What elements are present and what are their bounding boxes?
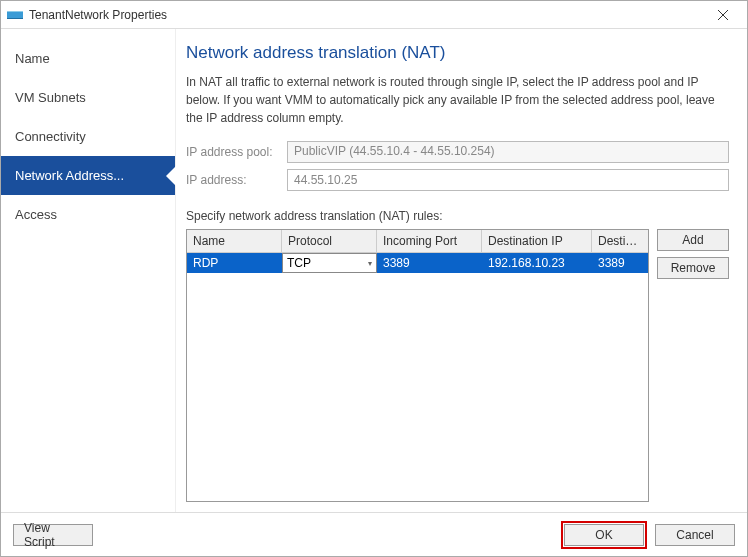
view-script-button[interactable]: View Script <box>13 524 93 546</box>
ip-address-input[interactable] <box>287 169 729 191</box>
sidebar-item-vmsubnets[interactable]: VM Subnets <box>1 78 175 117</box>
ip-address-row: IP address: <box>186 169 729 191</box>
ip-pool-label: IP address pool: <box>186 145 281 159</box>
sidebar-item-access[interactable]: Access <box>1 195 175 234</box>
grid-body: RDP TCP ▾ 3389 192.168.10.23 3389 <box>187 253 648 501</box>
col-header-incoming-port[interactable]: Incoming Port <box>377 230 482 253</box>
remove-button[interactable]: Remove <box>657 257 729 279</box>
app-icon <box>7 9 23 21</box>
main-panel: Network address translation (NAT) In NAT… <box>176 29 747 512</box>
table-row[interactable]: RDP TCP ▾ 3389 192.168.10.23 3389 <box>187 253 648 273</box>
sidebar-item-name[interactable]: Name <box>1 39 175 78</box>
ip-pool-select[interactable]: PublicVIP (44.55.10.4 - 44.55.10.254) <box>287 141 729 163</box>
rules-grid[interactable]: Name Protocol Incoming Port Destination … <box>186 229 649 502</box>
titlebar: TenantNetwork Properties <box>1 1 747 29</box>
col-header-destination-port[interactable]: Destination P... <box>592 230 648 253</box>
close-icon <box>718 10 728 20</box>
chevron-down-icon: ▾ <box>368 259 372 268</box>
sidebar-item-network-address[interactable]: Network Address... <box>1 156 175 195</box>
dialog-footer: View Script OK Cancel <box>1 512 747 556</box>
dialog-body: Name VM Subnets Connectivity Network Add… <box>1 29 747 512</box>
ip-address-label: IP address: <box>186 173 281 187</box>
svg-rect-0 <box>7 12 23 18</box>
ok-highlight: OK <box>561 521 647 549</box>
ok-button[interactable]: OK <box>564 524 644 546</box>
grid-side-buttons: Add Remove <box>657 229 729 502</box>
svg-rect-2 <box>7 18 23 19</box>
ip-pool-row: IP address pool: PublicVIP (44.55.10.4 -… <box>186 141 729 163</box>
dialog-window: TenantNetwork Properties Name VM Subnets… <box>0 0 748 557</box>
col-header-destination-ip[interactable]: Destination IP <box>482 230 592 253</box>
sidebar-item-connectivity[interactable]: Connectivity <box>1 117 175 156</box>
cancel-button[interactable]: Cancel <box>655 524 735 546</box>
col-header-name[interactable]: Name <box>187 230 282 253</box>
rules-area: Name Protocol Incoming Port Destination … <box>186 229 729 502</box>
svg-rect-1 <box>7 11 23 12</box>
grid-header: Name Protocol Incoming Port Destination … <box>187 230 648 253</box>
sidebar: Name VM Subnets Connectivity Network Add… <box>1 29 176 512</box>
window-title: TenantNetwork Properties <box>29 8 703 22</box>
page-heading: Network address translation (NAT) <box>186 43 729 63</box>
cell-name[interactable]: RDP <box>187 253 282 273</box>
rules-label: Specify network address translation (NAT… <box>186 209 729 223</box>
col-header-protocol[interactable]: Protocol <box>282 230 377 253</box>
add-button[interactable]: Add <box>657 229 729 251</box>
cell-incoming-port[interactable]: 3389 <box>377 253 482 273</box>
cell-destination-port[interactable]: 3389 <box>592 253 648 273</box>
close-button[interactable] <box>703 2 743 28</box>
cell-destination-ip[interactable]: 192.168.10.23 <box>482 253 592 273</box>
cell-protocol-value: TCP <box>287 256 311 270</box>
page-description: In NAT all traffic to external network i… <box>186 73 729 127</box>
cell-protocol[interactable]: TCP ▾ <box>282 253 377 273</box>
